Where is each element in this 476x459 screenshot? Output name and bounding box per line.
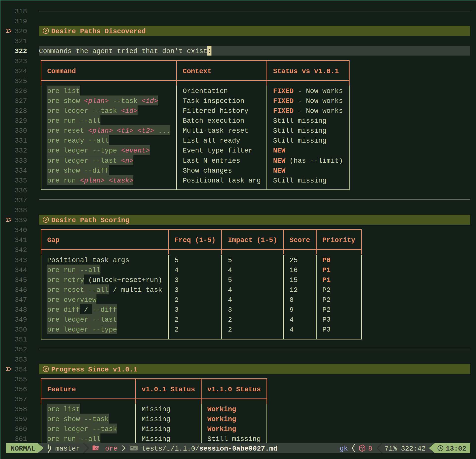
- svg-text:2: 2: [45, 367, 47, 372]
- svg-text:2: 2: [45, 218, 47, 222]
- svg-text:2: 2: [45, 29, 47, 33]
